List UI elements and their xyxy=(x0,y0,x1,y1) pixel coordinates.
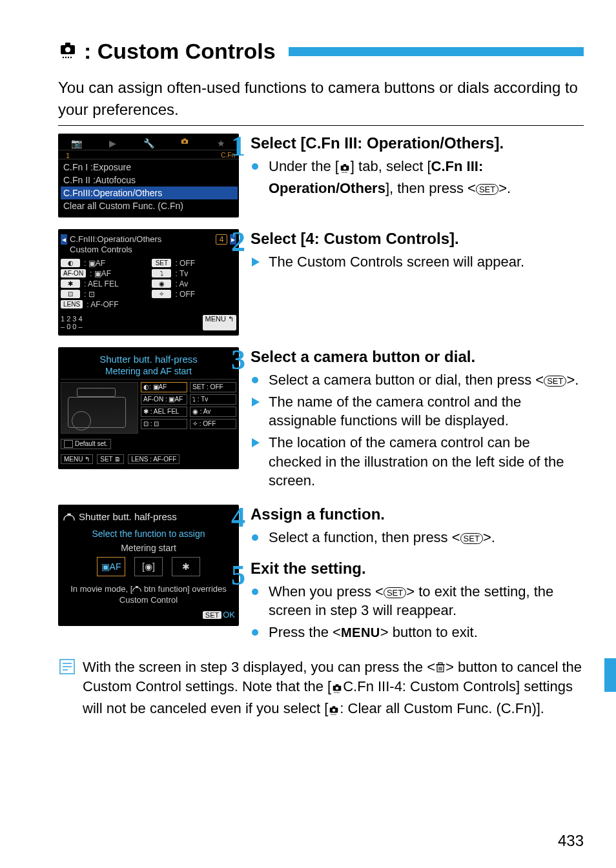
cfn-icon xyxy=(328,701,340,721)
step-3-bullet-3: The location of the camera control can b… xyxy=(269,433,584,490)
shutter-icon xyxy=(63,512,75,521)
title-accent-bar xyxy=(289,47,584,56)
svg-point-16 xyxy=(346,172,347,173)
step-3-head: Select a camera button or dial. xyxy=(251,347,584,367)
ok-label: OK xyxy=(223,610,235,620)
step-number-2: 2 xyxy=(231,225,245,258)
svg-rect-11 xyxy=(344,164,347,166)
tab-wrench: 🔧 xyxy=(130,138,167,148)
scr3-menu: MENU ↰ xyxy=(61,454,93,464)
svg-rect-37 xyxy=(333,706,336,708)
svg-point-3 xyxy=(63,56,64,57)
screenshot-1: 📷 ▶ 🔧 ★ 1C.Fn C.Fn I :Exposure C.Fn II :… xyxy=(58,134,239,217)
menu-button-label: MENU xyxy=(341,625,380,640)
svg-rect-18 xyxy=(136,586,138,587)
default-set-button: Default set. xyxy=(61,439,111,449)
step-4-head: Assign a function. xyxy=(251,505,584,524)
option-aelock: ✱ xyxy=(172,557,200,576)
svg-point-32 xyxy=(334,692,335,693)
menu-back-label: MENU ↰ xyxy=(203,315,236,330)
set-button-icon: SET xyxy=(544,376,566,387)
screenshot-4: Shutter butt. half-press Select the func… xyxy=(58,505,239,626)
step-3-bullet-2: The name of the camera control and the a… xyxy=(269,392,584,430)
nav-left-icon: ◂ xyxy=(61,234,67,245)
custom-controls-icon xyxy=(58,41,77,62)
scr4-note: In movie mode, [ btn function] overrides… xyxy=(58,581,239,610)
scr3-sub: Metering and AF start xyxy=(61,366,236,379)
scr2-title: C.FnIII:Operation/Others Custom Controls xyxy=(70,234,213,256)
svg-point-4 xyxy=(65,56,67,57)
scr3-lens: LENS : AF-OFF xyxy=(128,454,180,464)
svg-point-13 xyxy=(342,172,342,173)
step-number-3: 3 xyxy=(231,343,245,376)
svg-point-12 xyxy=(344,167,347,170)
svg-rect-17 xyxy=(67,513,70,515)
screenshot-2: ◂ C.FnIII:Operation/Others Custom Contro… xyxy=(58,229,239,336)
svg-point-5 xyxy=(68,56,69,57)
set-button-icon: SET xyxy=(476,184,498,195)
scr4-sub: Select the function to assign xyxy=(58,526,239,541)
tab-shoot: 📷 xyxy=(58,138,94,148)
tab-playback: ▶ xyxy=(94,138,130,148)
svg-point-14 xyxy=(343,172,344,173)
svg-rect-30 xyxy=(336,684,339,686)
option-af: ▣AF xyxy=(97,557,125,576)
svg-point-6 xyxy=(70,56,72,57)
step-1-bullet-1: Under the [] tab, select [C.Fn III: Oper… xyxy=(269,157,584,197)
step-2-row: ◂ C.FnIII:Operation/Others Custom Contro… xyxy=(58,229,584,336)
tab-cfn xyxy=(167,137,203,148)
note-text: With the screen in step 3 displayed, you… xyxy=(83,658,584,721)
set-label: SET xyxy=(203,611,221,619)
section-tab xyxy=(604,658,616,692)
intro-text: You can assign often-used functions to c… xyxy=(58,77,584,120)
trash-icon xyxy=(435,661,446,677)
scr4-label: Metering start xyxy=(58,541,239,557)
cfn-tab-icon xyxy=(339,159,351,179)
svg-rect-25 xyxy=(438,663,442,665)
svg-point-2 xyxy=(65,47,70,52)
scr3-head: Shutter butt. half-press xyxy=(58,350,239,366)
menu-item-cfn3: C.FnIII:Operation/Others xyxy=(61,187,238,199)
svg-point-42 xyxy=(335,714,336,714)
step-number-1: 1 xyxy=(231,130,245,163)
screenshot-3: Shutter butt. half-press Metering and AF… xyxy=(58,347,239,469)
scr3-set: SET 🗎 xyxy=(97,454,124,464)
step-5-bullet-2: Press the <MENU> button to exit. xyxy=(269,623,584,642)
cfn-index: 1 xyxy=(62,152,70,159)
set-button-icon: SET xyxy=(460,533,483,544)
scr2-footer-left: 1 2 3 4 – 0 0 – xyxy=(61,315,83,330)
step-3-row: Shutter butt. half-press Metering and AF… xyxy=(58,347,584,493)
page-title: : Custom Controls xyxy=(84,39,276,64)
svg-point-33 xyxy=(336,692,336,693)
step-5-bullet-1: When you press <SET> to exit the setting… xyxy=(269,582,584,620)
page-title-row: : Custom Controls xyxy=(58,39,584,64)
step-2-head: Select [4: Custom Controls]. xyxy=(251,229,584,248)
svg-point-34 xyxy=(337,692,338,693)
step-number-4: 4 xyxy=(231,501,245,534)
scr4-head-text: Shutter butt. half-press xyxy=(79,511,177,522)
svg-point-39 xyxy=(331,714,332,714)
svg-point-40 xyxy=(333,714,333,714)
svg-point-15 xyxy=(345,172,345,173)
step-4-5-row: Shutter butt. half-press Select the func… xyxy=(58,505,584,645)
step-1-row: 📷 ▶ 🔧 ★ 1C.Fn C.Fn I :Exposure C.Fn II :… xyxy=(58,134,584,217)
cfn-icon xyxy=(331,680,343,699)
page-number: 433 xyxy=(558,832,584,850)
step-number-5: 5 xyxy=(231,559,245,592)
svg-point-41 xyxy=(334,714,334,714)
divider xyxy=(58,125,584,126)
option-metering: [◉] xyxy=(134,557,163,576)
page-indicator-4: 4 xyxy=(216,234,227,245)
svg-point-38 xyxy=(333,709,336,712)
step-4-bullet-1: Select a function, then press <SET>. xyxy=(269,528,584,547)
svg-rect-1 xyxy=(65,43,70,46)
svg-point-9 xyxy=(183,141,186,143)
menu-item-clear: Clear all Custom Func. (C.Fn) xyxy=(61,199,238,212)
step-2-bullet-1: The Custom Controls screen will appear. xyxy=(269,252,584,272)
svg-rect-8 xyxy=(183,139,186,140)
trash-icon xyxy=(64,440,73,448)
note-icon xyxy=(58,658,76,676)
menu-item-cfn2: C.Fn II :Autofocus xyxy=(61,174,238,187)
menu-item-cfn1: C.Fn I :Exposure xyxy=(61,161,238,174)
step-3-bullet-1: Select a camera button or dial, then pre… xyxy=(269,370,584,390)
